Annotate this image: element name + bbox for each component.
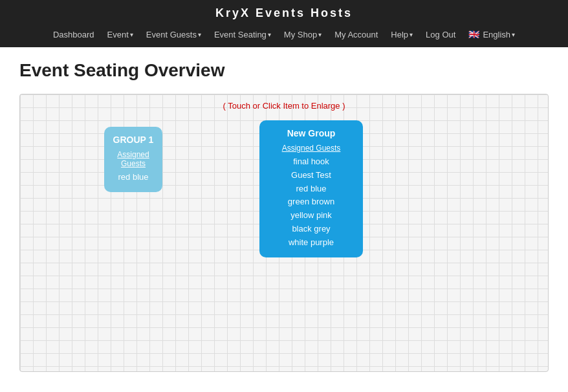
list-item: Guest Test xyxy=(266,169,356,182)
list-item: red blue xyxy=(266,182,356,196)
group1-guest-list: red blue xyxy=(111,171,156,184)
chevron-down-icon: ▾ xyxy=(198,31,201,38)
group1-assigned-guests-link[interactable]: Assigned Guests xyxy=(111,150,156,168)
seating-canvas[interactable]: ( Touch or Click Item to Enlarge ) GROUP… xyxy=(19,94,549,372)
nav-language[interactable]: 🇬🇧 English ▾ xyxy=(463,27,520,42)
nav-event-seating[interactable]: Event Seating ▾ xyxy=(209,27,276,42)
group-card-1[interactable]: GROUP 1 Assigned Guests red blue xyxy=(104,127,162,192)
list-item: yellow pink xyxy=(266,209,356,223)
chevron-down-icon: ▾ xyxy=(268,31,271,38)
nav-dashboard[interactable]: Dashboard xyxy=(48,27,100,42)
chevron-down-icon: ▾ xyxy=(130,31,133,38)
group1-name: GROUP 1 xyxy=(111,135,156,145)
nav-my-account[interactable]: My Account xyxy=(329,27,383,42)
flag-icon: 🇬🇧 xyxy=(468,29,479,39)
new-group-name: New Group xyxy=(266,128,356,138)
page-title: Event Seating Overview xyxy=(19,60,549,81)
list-item: green brown xyxy=(266,195,356,209)
nav-event[interactable]: Event ▾ xyxy=(102,27,138,42)
nav-my-shop[interactable]: My Shop ▾ xyxy=(279,27,327,42)
nav-logout[interactable]: Log Out xyxy=(421,27,461,42)
chevron-down-icon: ▾ xyxy=(410,31,413,38)
nav-event-guests[interactable]: Event Guests ▾ xyxy=(141,27,206,42)
list-item: red blue xyxy=(111,171,156,184)
list-item: white purple xyxy=(266,236,356,250)
chevron-down-icon: ▾ xyxy=(512,31,515,38)
group-card-new[interactable]: New Group Assigned Guests final hook Gue… xyxy=(259,120,363,257)
new-group-assigned-guests-link[interactable]: Assigned Guests xyxy=(266,144,356,153)
new-group-guest-list: final hook Guest Test red blue green bro… xyxy=(266,155,356,250)
nav-help[interactable]: Help ▾ xyxy=(386,27,418,42)
site-title: KryX Events Hosts xyxy=(0,6,568,20)
list-item: final hook xyxy=(266,155,356,169)
chevron-down-icon: ▾ xyxy=(318,31,322,38)
main-nav: Dashboard Event ▾ Event Guests ▾ Event S… xyxy=(0,24,568,45)
list-item: black grey xyxy=(266,223,356,236)
top-bar: KryX Events Hosts Dashboard Event ▾ Even… xyxy=(0,0,568,47)
page-content: Event Seating Overview ( Touch or Click … xyxy=(0,47,568,385)
canvas-hint: ( Touch or Click Item to Enlarge ) xyxy=(27,101,541,111)
